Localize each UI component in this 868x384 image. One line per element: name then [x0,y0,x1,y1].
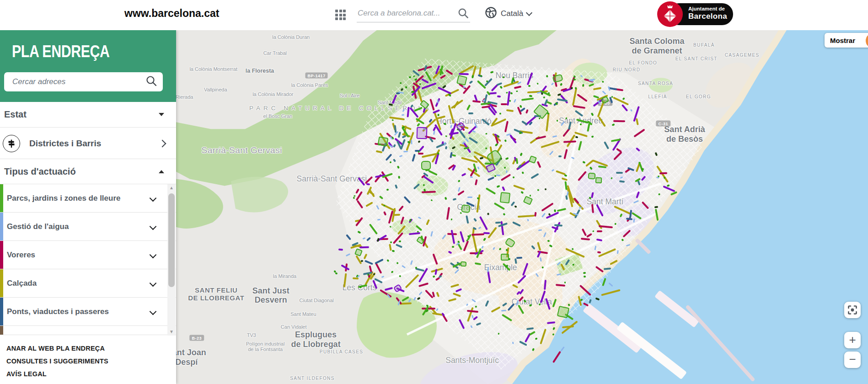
map-line-mark [536,273,539,277]
footer-link-3[interactable]: AVÍS LEGAL [6,370,108,378]
map-line-mark [583,272,586,273]
category-row-3[interactable]: Voreres [0,241,176,269]
chevron-down-icon [150,308,157,315]
map-line-mark [467,310,478,313]
map-line-mark [515,158,518,164]
site-search-input[interactable] [357,5,452,21]
map-line-mark [397,165,400,169]
map-line-mark [547,321,555,324]
map-line-mark [547,240,549,241]
map-line-mark [469,137,478,144]
locate-button[interactable] [844,302,861,318]
map-line-mark [546,113,550,132]
map-line-mark [418,153,423,155]
map-line-mark [432,275,435,277]
mostrar-legend-button[interactable]: Mostrar [825,33,868,48]
category-row-1[interactable]: Parcs, jardins i zones de lleure [0,184,176,213]
map-area-mark [523,196,533,205]
map-area-mark [588,173,595,180]
sidebar-scrollbar[interactable]: ▲ ▼ [167,184,176,336]
footer-link-1[interactable]: ANAR AL WEB PLA ENDREÇA [6,345,108,352]
search-icon[interactable] [457,7,469,21]
map-canvas[interactable]: Santa Coloma de GramenetSant Adrià de Be… [176,30,868,384]
logo-text: Ajuntament de Barcelona [688,6,727,21]
category-row-2[interactable]: Gestió de l'aigua [0,213,176,241]
sidebar-header: PLA ENDREÇA [0,30,176,102]
map-line-mark [549,151,554,156]
globe-icon [485,6,497,21]
language-label: Català [501,9,523,18]
map-line-mark [398,176,400,179]
category-row-6[interactable] [0,326,176,335]
map-line-mark [425,290,433,299]
map-line-mark [552,351,561,363]
map-line-mark [495,143,498,146]
map-line-mark [516,256,522,259]
apps-grid-icon[interactable] [335,10,346,21]
map-line-mark [346,234,351,240]
zoom-out-button[interactable]: − [844,352,861,368]
category-row-5[interactable]: Ponts, viaductes i passeres [0,298,176,326]
address-search-input[interactable] [11,77,145,87]
address-search-icon[interactable] [145,75,157,89]
map-line-mark [593,95,600,99]
map-line-mark [437,152,440,155]
map-line-mark [430,199,433,201]
map-line-mark [453,293,461,297]
section-estat[interactable]: Estat [0,102,176,128]
map-line-mark [476,194,480,213]
map-line-mark [500,221,504,235]
map-line-mark [612,123,615,126]
map-line-mark [554,209,557,212]
map-line-mark [356,188,360,194]
map-line-mark [518,215,535,218]
map-line-mark [519,296,524,302]
map-line-mark [571,156,574,159]
map-line-mark [578,296,582,306]
map-line-mark [517,275,526,284]
map-line-mark [626,244,630,247]
map-line-mark [538,229,542,231]
map-line-mark [396,262,398,264]
map-line-mark [535,337,538,340]
map-line-mark [564,174,568,176]
scrollbar-thumb[interactable] [168,193,175,287]
scroll-up-arrow[interactable]: ▲ [167,185,176,191]
map-line-mark [395,184,398,189]
language-selector[interactable]: Català [485,6,531,21]
map-line-mark [418,291,423,295]
map-line-mark [564,282,566,283]
map-line-mark [563,140,576,143]
map-line-mark [670,191,677,196]
map-line-mark [403,151,408,153]
city-logo[interactable]: Ajuntament de Barcelona [657,1,733,27]
map-line-mark [451,230,455,244]
map-line-mark [414,107,423,112]
map-line-mark [491,306,500,313]
map-line-mark [376,150,382,153]
section-districts[interactable]: Districtes i Barris [0,128,176,159]
map-line-mark [546,212,559,219]
chevron-down-icon [150,280,157,287]
map-line-mark [556,273,561,276]
map-line-mark [622,239,624,241]
footer-link-2[interactable]: CONSULTES I SUGGERIMENTS [6,357,108,365]
map-line-mark [556,120,558,122]
category-row-4[interactable]: Calçada [0,269,176,298]
map-line-mark [512,221,521,227]
map-line-mark [490,71,494,73]
map-line-mark [596,204,604,217]
section-actuation[interactable]: Tipus d'actuació [0,160,176,184]
map-line-mark [608,283,613,287]
map-line-mark [663,186,675,192]
map-line-mark [407,141,410,144]
map-line-mark [450,284,460,288]
zoom-in-button[interactable]: + [844,332,861,348]
map-line-mark [622,97,625,100]
map-line-mark [583,161,586,163]
scroll-down-arrow[interactable]: ▼ [167,329,176,335]
map-line-mark [497,96,501,98]
map-line-mark [479,157,483,160]
map-line-mark [418,140,420,143]
map-line-mark [642,201,649,209]
